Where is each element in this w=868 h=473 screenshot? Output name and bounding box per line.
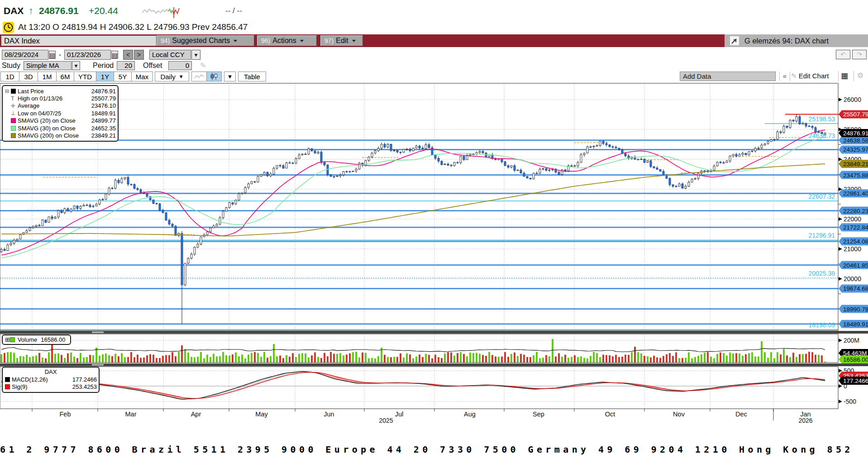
sig-swatch [5,384,10,389]
svg-text:19674.68: 19674.68 [843,285,868,292]
legend-row-high: T High on 01/13/26 25507.79 [3,95,118,102]
svg-text:20000: 20000 [844,275,861,282]
macd-swatch [5,377,10,382]
svg-text:22000: 22000 [844,215,861,223]
tree-expand-icon[interactable]: ⊞ [5,336,10,343]
security-header: DAX ↑ 24876.91 +20.44 -- / -- [0,5,868,19]
currency-select[interactable]: Local CCY [149,50,191,60]
security-input[interactable]: DAX Index [1,35,157,46]
edit-chart-button[interactable]: ✎ Edit Chart [791,72,829,81]
chart-area: 25198.5324636.7322607.3221296.9120025.38… [0,83,868,423]
svg-text:20025.38: 20025.38 [809,270,835,277]
svg-text:Sep: Sep [533,411,544,418]
tab-3d[interactable]: 3D [19,72,38,81]
tab-5y[interactable]: 5Y [114,72,132,81]
date-to-input[interactable]: 01/23/2026 [64,50,111,60]
tab-ytd[interactable]: YTD [74,72,96,81]
clock-icon [3,22,14,33]
menu-label: Edit [336,37,348,45]
line-chart-icon-button[interactable] [191,72,207,81]
svg-text:20461.85: 20461.85 [843,262,868,269]
function-key-label: 94) [161,37,170,44]
svg-text:200M: 200M [844,337,859,344]
svg-text:26000: 26000 [844,96,861,103]
suggested-charts-menu[interactable]: 94) Suggested Charts [157,35,254,46]
frequency-label: Daily [160,73,175,81]
tree-collapse-icon[interactable]: ⊟ [5,88,11,94]
gear-icon[interactable]: ⚙ [854,71,867,81]
date-from-input[interactable]: 08/29/2024 [2,50,48,60]
collapse-button[interactable]: « [779,72,790,81]
svg-text:2026: 2026 [798,417,812,423]
tab-max[interactable]: Max [131,72,153,81]
calendar-icon[interactable]: ▤ [111,51,118,59]
study-select[interactable]: Simple MA [24,61,72,70]
edit-menu[interactable]: 97) Edit [320,35,363,46]
function-toolbar: DAX Index 94) Suggested Charts 96) Actio… [0,34,868,47]
panel-title: G elemzés 94: DAX chart [744,37,829,45]
svg-text:Mar: Mar [125,411,137,418]
intraday-stats-row: At 13:20 O 24819.94 H 24906.32 L 24796.9… [0,22,868,33]
macd-legend[interactable]: DAX MACD(12,26) 177.2466 Sig(9) 253.4253 [2,367,100,393]
main-legend[interactable]: ⊟ Last Price 24876.91 T High on 01/13/26… [2,85,119,142]
range-tabs: 1D 3D 1M 6M YTD 1Y 5Y Max Daily ▼ ▾ Tabl… [1,72,266,81]
date-prev-button[interactable]: < [123,50,133,60]
chevron-down-icon [352,40,356,42]
tab-1y[interactable]: 1Y [96,72,114,81]
tab-1m[interactable]: 1M [38,72,57,81]
sma200-swatch [11,133,16,138]
function-key-label: 97) [324,37,334,44]
legend-row-average: ✛ Average 23476.10 [3,102,118,110]
legend-row-sma20: SMAVG (20) on Close 24899.77 [3,117,118,124]
high-marker-icon: T [11,96,18,102]
calendar-icon[interactable]: ▤ [49,51,56,59]
svg-text:22861.40: 22861.40 [843,190,868,197]
volume-legend[interactable]: ⊞ Volume 16586.00 [2,334,71,345]
svg-text:Aug: Aug [464,411,476,418]
date-next-button[interactable]: > [134,50,144,60]
svg-text:May: May [255,411,268,418]
offset-input[interactable]: 0 [168,61,192,70]
frequency-caret-icon: ▼ [179,74,184,79]
bid-ask-placeholder: -- / -- [225,6,242,15]
svg-text:23849.21: 23849.21 [843,161,868,167]
svg-text:18990.78: 18990.78 [843,306,868,313]
chart-grid-icon[interactable]: ▦ [838,71,850,81]
price-chart-svg[interactable]: 25198.5324636.7322607.3221296.9120025.38… [0,83,868,423]
footer-ticker: 61 2 9777 8600 Brazil 5511 2395 9000 Eur… [0,424,868,473]
redo-button[interactable]: ↷ [852,50,867,59]
low-marker-icon: ⊥ [11,110,18,116]
svg-text:2025: 2025 [379,417,393,423]
svg-text:Jun: Jun [324,411,334,418]
tab-1d[interactable]: 1D [0,72,19,81]
candle-chart-icon-button[interactable] [206,72,222,81]
export-icon[interactable] [730,36,739,45]
footer-line: 61 2 9777 8600 Brazil 5511 2395 9000 Eur… [0,444,868,455]
average-marker-icon: ✛ [11,103,18,109]
study-dropdown-arrow-icon[interactable]: ▾ [72,61,80,70]
frequency-select[interactable]: Daily ▼ [155,72,189,81]
edit-chart-label: Edit Chart [799,72,829,80]
currency-dropdown-arrow-icon[interactable]: ▾ [191,50,200,60]
add-data-input[interactable]: Add Data [680,72,776,81]
svg-text:24636.73: 24636.73 [809,132,835,139]
svg-text:21722.84: 21722.84 [843,224,868,231]
period-label: Period [93,62,114,70]
study-label: Study [2,62,20,70]
sma20-swatch [11,118,16,123]
last-price: 24876.91 [39,5,79,16]
actions-menu[interactable]: 96) Actions [257,35,317,46]
svg-text:25507.79: 25507.79 [843,111,868,118]
volume-swatch [10,337,15,342]
svg-text:22280.23: 22280.23 [843,208,868,215]
svg-text:Jul: Jul [395,411,404,418]
tab-6m[interactable]: 6M [56,72,74,81]
svg-text:16586.00: 16586.00 [843,356,868,363]
undo-button[interactable]: ↶ [836,50,850,59]
chart-type-dropdown[interactable]: ▾ [224,72,236,81]
date-range-dash: - [59,51,61,59]
svg-text:Oct: Oct [605,411,615,418]
legend-row-sma200: SMAVG (200) on Close 23849.21 [3,132,118,139]
table-button[interactable]: Table [238,72,266,81]
period-input[interactable]: 20 [117,61,135,70]
